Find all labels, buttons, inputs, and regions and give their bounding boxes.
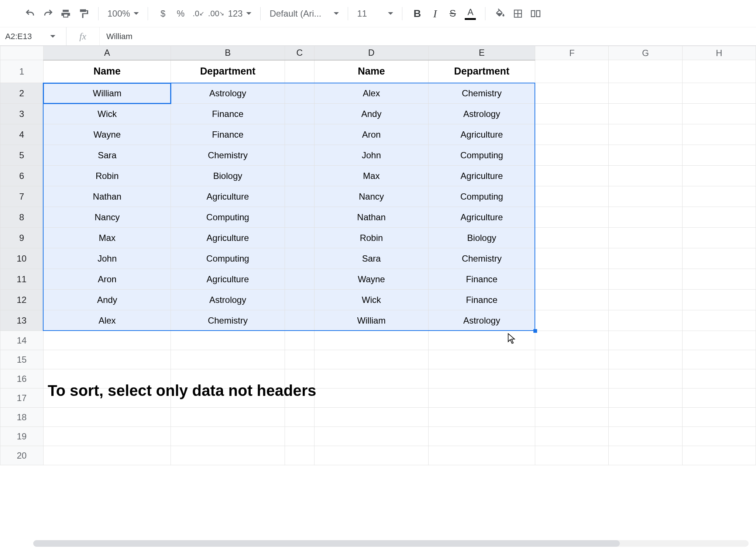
- cell-B16[interactable]: [171, 369, 285, 389]
- cell-D15[interactable]: [315, 350, 428, 369]
- cell-D19[interactable]: [315, 427, 428, 446]
- cell-E2[interactable]: Chemistry: [428, 83, 535, 104]
- cell-F7[interactable]: [535, 186, 609, 207]
- cell-E7[interactable]: Computing: [428, 186, 535, 207]
- row-header-19[interactable]: 19: [0, 427, 44, 446]
- cell-D1[interactable]: Name: [315, 60, 428, 83]
- column-header-E[interactable]: E: [428, 46, 535, 60]
- cell-A13[interactable]: Alex: [43, 310, 171, 331]
- cell-C9[interactable]: [285, 228, 315, 248]
- currency-button[interactable]: $: [155, 6, 171, 22]
- row-header-9[interactable]: 9: [0, 228, 44, 248]
- column-header-D[interactable]: D: [315, 46, 428, 60]
- cell-E5[interactable]: Computing: [428, 145, 535, 166]
- row-header-3[interactable]: 3: [0, 104, 44, 124]
- paint-format-button[interactable]: [75, 6, 92, 22]
- cell-E12[interactable]: Finance: [428, 290, 535, 310]
- cell-E20[interactable]: [428, 446, 535, 465]
- cell-G1[interactable]: [609, 60, 682, 83]
- cell-G19[interactable]: [609, 427, 682, 446]
- cell-H15[interactable]: [682, 350, 756, 369]
- cell-B20[interactable]: [171, 446, 285, 465]
- cell-F1[interactable]: [535, 60, 609, 83]
- scrollbar-thumb[interactable]: [33, 540, 620, 547]
- cell-E11[interactable]: Finance: [428, 269, 535, 290]
- cell-H13[interactable]: [682, 310, 756, 331]
- cell-H5[interactable]: [682, 145, 756, 166]
- cell-B15[interactable]: [171, 350, 285, 369]
- cell-C8[interactable]: [285, 207, 315, 228]
- cell-A18[interactable]: [43, 408, 171, 427]
- cell-B6[interactable]: Biology: [171, 166, 285, 186]
- text-color-button[interactable]: A: [462, 6, 478, 22]
- cell-H8[interactable]: [682, 207, 756, 228]
- spreadsheet-grid[interactable]: ABCDEFGH1NameDepartmentNameDepartment2Wi…: [0, 46, 756, 549]
- cell-C16[interactable]: [285, 369, 315, 389]
- cell-A11[interactable]: Aron: [43, 269, 171, 290]
- row-header-6[interactable]: 6: [0, 166, 44, 186]
- cell-D20[interactable]: [315, 446, 428, 465]
- cell-A16[interactable]: [43, 369, 171, 389]
- cell-E13[interactable]: Astrology: [428, 310, 535, 331]
- cell-C19[interactable]: [285, 427, 315, 446]
- cell-C4[interactable]: [285, 124, 315, 145]
- cell-G10[interactable]: [609, 248, 682, 269]
- row-header-7[interactable]: 7: [0, 186, 44, 207]
- row-header-20[interactable]: 20: [0, 446, 44, 465]
- zoom-dropdown[interactable]: 100%: [105, 8, 141, 19]
- cell-G20[interactable]: [609, 446, 682, 465]
- strikethrough-button[interactable]: S: [444, 6, 461, 22]
- column-header-H[interactable]: H: [682, 46, 756, 60]
- cell-D17[interactable]: [315, 389, 428, 408]
- cell-H14[interactable]: [682, 331, 756, 350]
- cell-D11[interactable]: Wayne: [315, 269, 428, 290]
- fill-color-button[interactable]: [492, 6, 508, 22]
- number-format-dropdown[interactable]: 123: [226, 8, 254, 19]
- cell-C14[interactable]: [285, 331, 315, 350]
- cell-C3[interactable]: [285, 104, 315, 124]
- cell-H20[interactable]: [682, 446, 756, 465]
- cell-G7[interactable]: [609, 186, 682, 207]
- merge-cells-button[interactable]: [528, 6, 544, 22]
- cell-F19[interactable]: [535, 427, 609, 446]
- cell-A5[interactable]: Sara: [43, 145, 171, 166]
- row-header-10[interactable]: 10: [0, 248, 44, 269]
- cell-E3[interactable]: Astrology: [428, 104, 535, 124]
- cell-B12[interactable]: Astrology: [171, 290, 285, 310]
- cell-G6[interactable]: [609, 166, 682, 186]
- cell-A19[interactable]: [43, 427, 171, 446]
- cell-E10[interactable]: Chemistry: [428, 248, 535, 269]
- cell-D5[interactable]: John: [315, 145, 428, 166]
- cell-E1[interactable]: Department: [428, 60, 535, 83]
- cell-F12[interactable]: [535, 290, 609, 310]
- cell-A2[interactable]: William: [43, 83, 171, 104]
- row-header-5[interactable]: 5: [0, 145, 44, 166]
- cell-F18[interactable]: [535, 408, 609, 427]
- cell-G2[interactable]: [609, 83, 682, 104]
- cell-A20[interactable]: [43, 446, 171, 465]
- cell-B7[interactable]: Agriculture: [171, 186, 285, 207]
- cell-D3[interactable]: Andy: [315, 104, 428, 124]
- cell-C6[interactable]: [285, 166, 315, 186]
- cell-F16[interactable]: [535, 369, 609, 389]
- cell-A14[interactable]: [43, 331, 171, 350]
- decrease-decimal-button[interactable]: .0↙: [190, 6, 206, 22]
- cell-B8[interactable]: Computing: [171, 207, 285, 228]
- cell-B19[interactable]: [171, 427, 285, 446]
- cell-D9[interactable]: Robin: [315, 228, 428, 248]
- cell-G13[interactable]: [609, 310, 682, 331]
- cell-B2[interactable]: Astrology: [171, 83, 285, 104]
- cell-G4[interactable]: [609, 124, 682, 145]
- cell-A4[interactable]: Wayne: [43, 124, 171, 145]
- cell-H18[interactable]: [682, 408, 756, 427]
- cell-E18[interactable]: [428, 408, 535, 427]
- cell-F20[interactable]: [535, 446, 609, 465]
- cell-B9[interactable]: Agriculture: [171, 228, 285, 248]
- cell-D12[interactable]: Wick: [315, 290, 428, 310]
- cell-A9[interactable]: Max: [43, 228, 171, 248]
- cell-H6[interactable]: [682, 166, 756, 186]
- cell-C11[interactable]: [285, 269, 315, 290]
- percent-button[interactable]: %: [172, 6, 189, 22]
- cell-B3[interactable]: Finance: [171, 104, 285, 124]
- cell-D6[interactable]: Max: [315, 166, 428, 186]
